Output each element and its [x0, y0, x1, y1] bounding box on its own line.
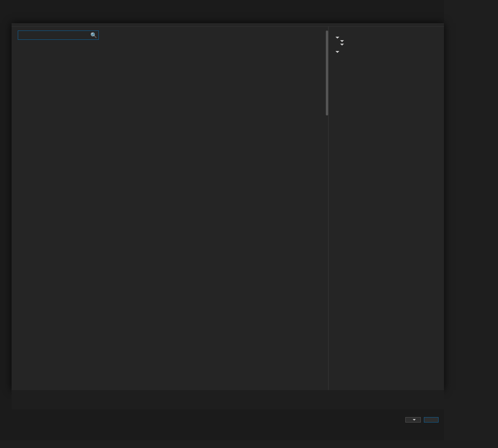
- install-mode-button[interactable]: [405, 417, 421, 423]
- included-subheader[interactable]: [340, 40, 441, 42]
- chevron-down-icon: [335, 37, 339, 39]
- optional-subheader[interactable]: [340, 44, 441, 46]
- close-button[interactable]: [424, 417, 439, 423]
- footer-legal: [13, 399, 439, 406]
- components-panel: 🔍: [12, 27, 328, 390]
- individual-group-header[interactable]: [335, 51, 441, 53]
- chevron-down-icon: [340, 44, 344, 46]
- chevron-down-icon: [340, 40, 344, 42]
- modify-modal: 🔍: [12, 23, 444, 390]
- space-required: [436, 409, 439, 414]
- chevron-down-icon: [335, 51, 339, 53]
- uwp-group-header[interactable]: [335, 37, 441, 39]
- search-box[interactable]: 🔍: [18, 31, 99, 40]
- scrollbar[interactable]: [326, 31, 328, 115]
- installation-details-panel: [328, 27, 444, 390]
- search-icon[interactable]: 🔍: [90, 32, 97, 38]
- footer: [12, 390, 444, 409]
- chevron-down-icon: [413, 419, 416, 421]
- outer-titlebar: [0, 0, 444, 12]
- search-input[interactable]: [20, 32, 90, 38]
